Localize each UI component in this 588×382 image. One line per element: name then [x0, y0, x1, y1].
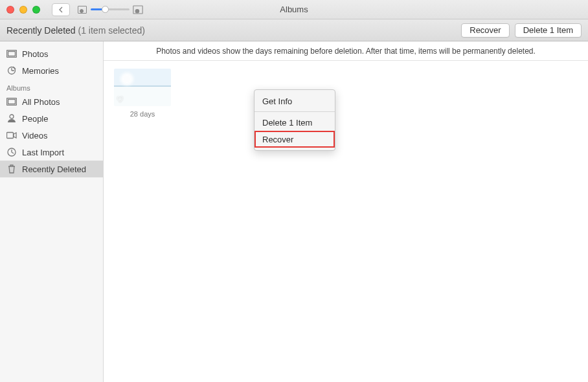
- photo-item[interactable]: ♡ 28 days: [114, 69, 171, 118]
- recover-button[interactable]: Recover: [461, 23, 509, 38]
- context-menu: Get Info Delete 1 Item Recover: [254, 89, 335, 151]
- svg-rect-1: [8, 52, 16, 56]
- sidebar-item-all-photos[interactable]: All Photos: [0, 93, 103, 110]
- toolbar: Recently Deleted (1 item selected) Recov…: [0, 19, 588, 41]
- trash-icon: [6, 164, 17, 174]
- chevron-left-icon: [58, 6, 63, 13]
- sidebar-item-label: Last Import: [22, 148, 64, 157]
- close-window-button[interactable]: [6, 6, 14, 14]
- sidebar-item-photos[interactable]: Photos: [0, 45, 103, 62]
- people-icon: [6, 114, 17, 123]
- zoom-slider[interactable]: [91, 8, 130, 10]
- content-area: Photos and videos show the days remainin…: [104, 41, 588, 382]
- breadcrumb-title: Recently Deleted: [6, 25, 76, 36]
- memories-icon: [6, 66, 17, 75]
- sidebar-item-label: Photos: [22, 49, 48, 59]
- sidebar-item-label: People: [22, 114, 48, 124]
- svg-rect-4: [8, 100, 16, 104]
- context-menu-recover[interactable]: Recover: [254, 131, 335, 148]
- all-photos-icon: [6, 97, 17, 106]
- sidebar-item-label: Recently Deleted: [22, 164, 86, 174]
- titlebar: Albums: [0, 0, 588, 19]
- context-menu-delete[interactable]: Delete 1 Item: [254, 114, 335, 131]
- thumbnail-zoom-control[interactable]: [78, 6, 142, 14]
- sidebar-item-memories[interactable]: Memories: [0, 62, 103, 79]
- sidebar-item-people[interactable]: People: [0, 110, 103, 127]
- sidebar-item-videos[interactable]: Videos: [0, 127, 103, 144]
- minimize-window-button[interactable]: [19, 6, 27, 14]
- photo-thumbnail[interactable]: ♡: [114, 69, 171, 106]
- videos-icon: [6, 131, 17, 140]
- zoom-small-icon: [78, 6, 87, 14]
- zoom-slider-thumb[interactable]: [102, 6, 109, 13]
- sidebar-item-label: All Photos: [22, 97, 60, 107]
- svg-point-5: [10, 115, 14, 118]
- selection-count: (1 item selected): [78, 25, 145, 36]
- photo-grid: ♡ 28 days: [104, 61, 588, 126]
- delete-button[interactable]: Delete 1 Item: [515, 23, 582, 38]
- favorite-heart-icon: ♡: [117, 95, 124, 104]
- svg-rect-6: [7, 133, 14, 139]
- maximize-window-button[interactable]: [32, 6, 40, 14]
- sidebar-section-albums: Albums: [0, 79, 103, 93]
- deletion-notice: Photos and videos show the days remainin…: [104, 41, 588, 61]
- sidebar-item-label: Videos: [22, 131, 48, 140]
- context-menu-separator: [254, 111, 335, 112]
- sidebar: Photos Memories Albums All Photos People…: [0, 41, 104, 382]
- clock-icon: [6, 148, 17, 157]
- days-remaining-label: 28 days: [130, 110, 155, 118]
- breadcrumb: Recently Deleted (1 item selected): [6, 25, 145, 36]
- back-button[interactable]: [52, 3, 70, 16]
- zoom-large-icon: [133, 5, 142, 14]
- sidebar-item-recently-deleted[interactable]: Recently Deleted: [0, 161, 103, 177]
- context-menu-get-info[interactable]: Get Info: [254, 93, 335, 109]
- sidebar-item-last-import[interactable]: Last Import: [0, 144, 103, 161]
- window-controls: [6, 6, 40, 14]
- photos-icon: [6, 49, 17, 58]
- window-title: Albums: [280, 5, 308, 14]
- sidebar-item-label: Memories: [22, 66, 59, 76]
